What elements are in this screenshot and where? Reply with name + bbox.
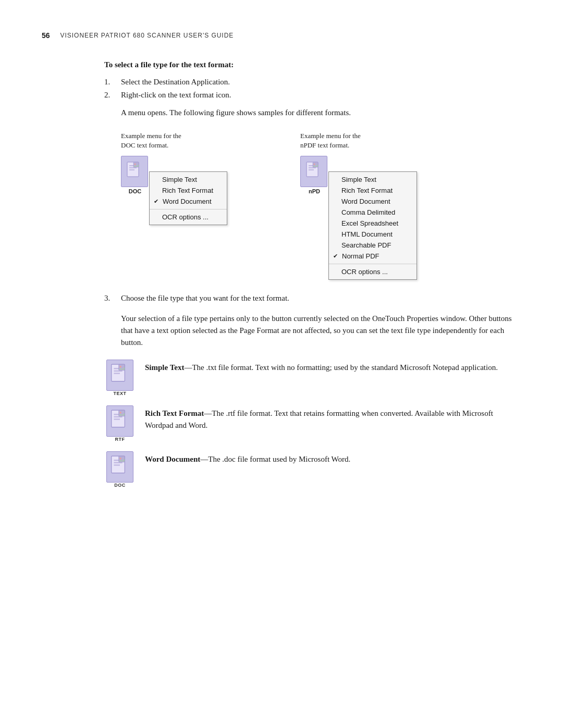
- npdf-svg: [305, 162, 322, 181]
- word-doc-row: DOC Word Document—The .doc file format u…: [104, 451, 521, 488]
- text-svg: [110, 364, 130, 387]
- svg-point-29: [119, 458, 121, 459]
- menu-excel-r[interactable]: Excel Spreadsheet: [329, 218, 417, 229]
- menu-divider-1: [150, 209, 227, 209]
- word-doc-content: Word Document—The .doc file format used …: [145, 451, 350, 465]
- context-menu-npdf: Simple Text Rich Text Format Word Docume…: [328, 171, 417, 280]
- figure-doc: Example menu for the DOC text format.: [121, 131, 227, 225]
- step-3-body: Your selection of a file type pertains o…: [121, 313, 521, 349]
- doc-icon: [121, 156, 148, 187]
- menu-normal-pdf-r[interactable]: Normal PDF: [329, 251, 417, 262]
- step-2-text: Right-click on the text format icon.: [121, 91, 231, 100]
- rtf-icon-label: RTF: [115, 437, 125, 442]
- word-doc-term: Word Document: [145, 455, 200, 463]
- page: 56 Visioneer Patriot 680 Scanner User's …: [0, 0, 563, 728]
- npdf-icon: [300, 156, 327, 187]
- doc-icon-small-label: DOC: [114, 483, 126, 488]
- doc-icon-small: [106, 451, 133, 483]
- menu-word-doc[interactable]: Word Document: [150, 196, 227, 207]
- main-content: To select a file type for the text forma…: [104, 60, 521, 488]
- section-heading: To select a file type for the text forma…: [104, 60, 521, 69]
- svg-rect-14: [114, 370, 122, 371]
- figure-npdf: Example menu for the nPDF text format.: [300, 131, 417, 279]
- simple-text-content: Simple Text—The .txt file format. Text w…: [145, 360, 498, 374]
- menu-simple-text-r[interactable]: Simple Text: [329, 174, 417, 185]
- text-icon-label: TEXT: [113, 391, 126, 396]
- menu-html-r[interactable]: HTML Document: [329, 229, 417, 240]
- figures-area: Example menu for the DOC text format.: [121, 131, 521, 279]
- svg-rect-8: [309, 167, 316, 168]
- rich-text-term: Rich Text Format: [145, 409, 204, 417]
- svg-rect-20: [114, 416, 122, 417]
- simple-text-body: —The .txt file format. Text with no form…: [184, 363, 497, 372]
- step-2-num: 2.: [104, 91, 115, 100]
- rtf-svg: [110, 410, 130, 433]
- header-title: Visioneer Patriot 680 Scanner User's Gui…: [60, 32, 234, 39]
- header-bar: 56 Visioneer Patriot 680 Scanner User's …: [42, 31, 521, 40]
- menu-rich-text[interactable]: Rich Text Format: [150, 185, 227, 196]
- step-2: 2. Right-click on the text format icon.: [104, 91, 521, 100]
- menu-ocr-right[interactable]: OCR options ...: [329, 266, 417, 277]
- svg-point-5: [134, 163, 136, 165]
- step-1-num: 1.: [104, 78, 115, 87]
- svg-point-17: [119, 366, 121, 367]
- context-menu-doc: Simple Text Rich Text Format Word Docume…: [149, 171, 227, 225]
- npdf-icon-label: nPD: [309, 188, 320, 194]
- svg-rect-2: [129, 167, 137, 168]
- doc-small-svg: [110, 455, 130, 478]
- step-1: 1. Select the Destination Application.: [104, 78, 521, 87]
- svg-point-11: [314, 163, 315, 165]
- menu-divider-2: [329, 264, 417, 264]
- page-number: 56: [42, 31, 50, 40]
- menu-word-doc-r[interactable]: Word Document: [329, 196, 417, 207]
- menu-rich-text-r[interactable]: Rich Text Format: [329, 185, 417, 196]
- svg-rect-9: [309, 169, 314, 170]
- intro-paragraph: A menu opens. The following figure shows…: [121, 107, 521, 119]
- text-icon: [106, 360, 133, 391]
- menu-comma-r[interactable]: Comma Delimited: [329, 207, 417, 218]
- figure-doc-caption: Example menu for the DOC text format.: [121, 131, 181, 150]
- steps-list: 1. Select the Destination Application. 2…: [104, 78, 521, 100]
- menu-ocr-left[interactable]: OCR options ...: [150, 212, 227, 223]
- menu-simple-text[interactable]: Simple Text: [150, 174, 227, 185]
- svg-rect-15: [114, 373, 120, 374]
- svg-rect-27: [114, 464, 120, 465]
- figure-doc-visual: DOC Simple Text Rich Text Format: [121, 156, 227, 225]
- simple-text-row: TEXT Simple Text—The .txt file format. T…: [104, 360, 521, 396]
- doc-icon-label: DOC: [129, 188, 141, 194]
- menu-searchable-r[interactable]: Searchable PDF: [329, 240, 417, 251]
- word-doc-body: —The .doc file format used by Microsoft …: [200, 455, 350, 463]
- step-3: 3. Choose the file type that you want fo…: [104, 292, 521, 304]
- svg-rect-3: [129, 169, 134, 170]
- svg-point-23: [119, 412, 121, 413]
- simple-text-term: Simple Text: [145, 363, 184, 372]
- svg-rect-21: [114, 418, 120, 419]
- figure-npdf-caption: Example menu for the nPDF text format.: [300, 131, 361, 150]
- rich-text-content: Rich Text Format—The .rtf file format. T…: [145, 405, 521, 432]
- step-3-num: 3.: [104, 292, 115, 304]
- rtf-icon: [106, 405, 133, 437]
- doc-svg: [126, 162, 143, 181]
- svg-rect-26: [114, 462, 122, 463]
- rich-text-row: RTF Rich Text Format—The .rtf file forma…: [104, 405, 521, 442]
- figure-npdf-visual: nPD Simple Text Rich Text Format: [300, 156, 417, 280]
- step-3-text: Choose the file type that you want for t…: [121, 292, 289, 304]
- step-1-text: Select the Destination Application.: [121, 78, 230, 87]
